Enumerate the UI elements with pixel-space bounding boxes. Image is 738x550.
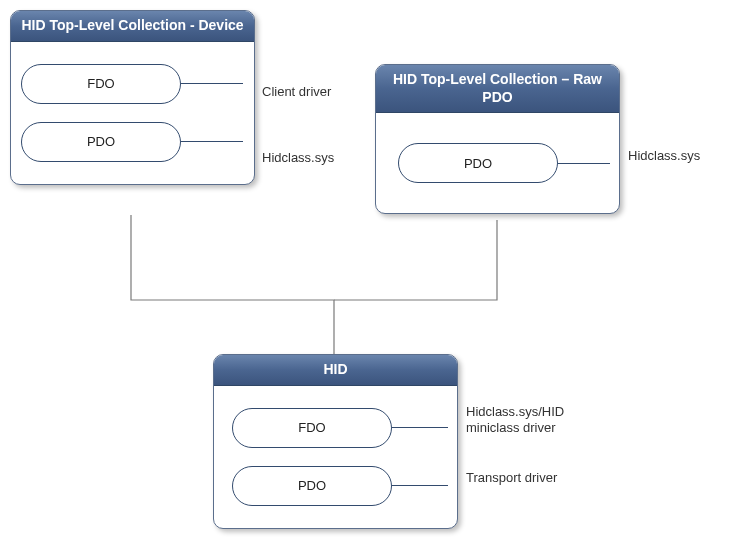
pill-fdo: FDO [232,408,392,448]
label-hidclass-sys-1: Hidclass.sys [262,150,334,166]
label-hidclass-sys-2: Hidclass.sys [628,148,700,164]
box-rawpdo-title: HID Top-Level Collection – Raw PDO [376,65,619,113]
connector-line [392,427,448,428]
label-transport-driver: Transport driver [466,470,596,486]
connector-line [558,163,610,164]
box-device-body: FDO PDO [11,42,254,184]
pill-pdo: PDO [232,466,392,506]
connector-line [181,83,243,84]
pill-pdo: PDO [21,122,181,162]
device-row-fdo: FDO [21,64,244,104]
rawpdo-row-pdo: PDO [386,143,609,183]
box-rawpdo-body: PDO [376,113,619,213]
box-rawpdo: HID Top-Level Collection – Raw PDO PDO [375,64,620,214]
hid-row-pdo: PDO [224,466,447,506]
device-row-pdo: PDO [21,122,244,162]
hid-row-fdo: FDO [224,408,447,448]
pill-pdo: PDO [398,143,558,183]
connector-line [392,485,448,486]
box-hid-title: HID [214,355,457,386]
box-hid-body: FDO PDO [214,386,457,528]
label-client-driver: Client driver [262,84,331,100]
box-device: HID Top-Level Collection - Device FDO PD… [10,10,255,185]
connector-line [181,141,243,142]
label-hidclass-miniclass: Hidclass.sys/HID miniclass driver [466,404,596,435]
box-hid: HID FDO PDO [213,354,458,529]
pill-fdo: FDO [21,64,181,104]
box-device-title: HID Top-Level Collection - Device [11,11,254,42]
